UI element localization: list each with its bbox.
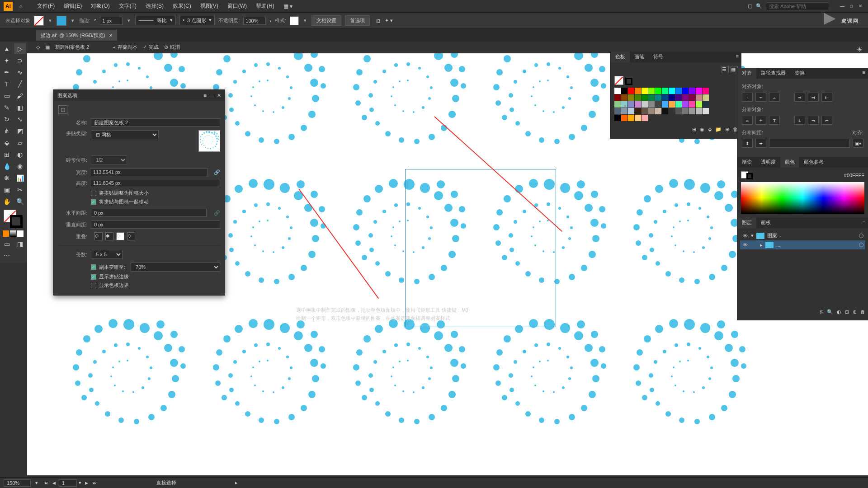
dim-value-select[interactable]: 70%: [131, 263, 220, 272]
overlap-left-icon[interactable]: ◇: [94, 232, 103, 240]
align-bottom-icon[interactable]: ⫦: [821, 93, 832, 102]
swatch[interactable]: [642, 108, 648, 114]
menu-select[interactable]: 选择(S): [141, 2, 168, 10]
swatch[interactable]: [621, 94, 627, 101]
locate-icon[interactable]: ⎘: [820, 309, 823, 315]
tab-brushes[interactable]: 画笔: [630, 52, 649, 62]
fill-proxy[interactable]: [614, 76, 623, 85]
swatch[interactable]: [675, 101, 682, 108]
dist-hcenter-icon[interactable]: ⫬: [808, 116, 819, 125]
tab-symbols[interactable]: 符号: [649, 52, 668, 62]
profile-select[interactable]: ―――等比▾: [135, 16, 176, 25]
target-icon[interactable]: [859, 234, 863, 238]
swatch[interactable]: [696, 94, 702, 101]
swatch[interactable]: [642, 115, 648, 121]
artboard-number-input[interactable]: [59, 479, 77, 487]
stroke-width-input[interactable]: [100, 17, 123, 25]
swatch[interactable]: [696, 88, 702, 94]
tile-type-select[interactable]: ⊞ 网格: [91, 130, 159, 139]
type-tool[interactable]: T: [1, 79, 13, 89]
cancel-button[interactable]: ⊘取消: [164, 44, 180, 51]
zoom-tool[interactable]: 🔍: [14, 196, 26, 207]
swatch[interactable]: [703, 94, 709, 101]
height-input[interactable]: [90, 179, 220, 187]
swatch[interactable]: [655, 94, 661, 101]
tab-color[interactable]: 颜色: [780, 157, 799, 168]
maximize-button[interactable]: □: [847, 3, 855, 9]
zoom-input[interactable]: [4, 479, 31, 487]
menu-help[interactable]: 帮助(H): [251, 2, 279, 10]
eraser-tool[interactable]: ◧: [14, 102, 26, 113]
swatch[interactable]: [642, 101, 648, 108]
workspace-switcher[interactable]: ▦ ▾: [279, 3, 297, 9]
swatch[interactable]: [703, 88, 709, 94]
free-transform-tool[interactable]: ◩: [14, 126, 26, 136]
size-to-art-checkbox[interactable]: [91, 191, 96, 196]
none-mode-icon[interactable]: [17, 230, 24, 237]
graph-tool[interactable]: 📊: [14, 173, 26, 183]
dist-hspace-icon[interactable]: ⬌: [755, 139, 766, 148]
name-input[interactable]: [91, 118, 220, 127]
copies-select[interactable]: 5 x 5: [91, 250, 123, 259]
dist-top-icon[interactable]: ⫨: [742, 116, 753, 125]
mesh-tool[interactable]: ⊞: [1, 149, 13, 160]
gradient-mode-icon[interactable]: [10, 230, 16, 237]
swatch[interactable]: [621, 108, 627, 114]
swatch[interactable]: [662, 88, 668, 94]
swatch[interactable]: [648, 101, 655, 108]
save-copy-button[interactable]: +存储副本: [113, 44, 137, 51]
swatch[interactable]: [682, 94, 689, 101]
layer-name[interactable]: ...: [776, 242, 780, 248]
swatch[interactable]: [648, 88, 655, 94]
swatch[interactable]: [669, 108, 675, 114]
overlap-top-icon[interactable]: ◇: [116, 232, 124, 240]
width-tool[interactable]: ⋔: [1, 126, 13, 136]
swatch[interactable]: [655, 101, 661, 108]
screen-mode-normal[interactable]: ▭: [1, 239, 13, 249]
dim-copies-checkbox[interactable]: ✓: [91, 264, 96, 270]
swatch[interactable]: [642, 94, 648, 101]
swatch[interactable]: [655, 108, 661, 114]
tab-pathfinder[interactable]: 路径查找器: [756, 68, 790, 79]
swatch[interactable]: [621, 115, 627, 121]
paintbrush-tool[interactable]: 🖌: [14, 90, 26, 101]
tab-gradient[interactable]: 渐变: [737, 157, 756, 168]
swatch[interactable]: [675, 108, 682, 114]
swatch[interactable]: [614, 115, 621, 121]
panel-menu-icon[interactable]: ≡: [733, 52, 741, 62]
fill-swatch[interactable]: [34, 16, 44, 26]
swatch[interactable]: [689, 108, 695, 114]
menu-object[interactable]: 对象(O): [86, 2, 114, 10]
artboard-dd[interactable]: ▾: [79, 480, 81, 486]
swatch[interactable]: [689, 101, 695, 108]
dist-right-icon[interactable]: ⫭: [821, 116, 832, 125]
align-to-select[interactable]: ▣▾: [853, 139, 863, 148]
swatch[interactable]: [675, 88, 682, 94]
tab-transform[interactable]: 变换: [790, 68, 809, 79]
close-tab-icon[interactable]: ✕: [109, 33, 113, 38]
curvature-tool[interactable]: ∿: [14, 67, 26, 78]
doc-setup-button[interactable]: 文档设置: [311, 15, 341, 26]
menu-window[interactable]: 窗口(W): [223, 2, 251, 10]
menu-file[interactable]: 文件(F): [33, 2, 59, 10]
overlap-bottom-icon[interactable]: ◇: [127, 232, 135, 240]
target-icon[interactable]: [859, 243, 863, 247]
panel-minimize-icon[interactable]: —: [209, 93, 214, 99]
swatch[interactable]: [635, 108, 641, 114]
back-icon[interactable]: ◇: [36, 44, 40, 50]
brightness-icon[interactable]: ☀: [853, 42, 866, 56]
show-swatch-bounds-checkbox[interactable]: [91, 283, 96, 288]
shape-builder-tool[interactable]: ⬙: [1, 137, 13, 148]
dist-bottom-icon[interactable]: ⫪: [769, 116, 780, 125]
find-icon[interactable]: 🔍: [827, 309, 833, 315]
done-button[interactable]: ✓完成: [143, 44, 159, 51]
align-right-icon[interactable]: ⫠: [769, 93, 780, 102]
fill-stroke-indicator[interactable]: [1, 210, 26, 229]
swatch[interactable]: [682, 101, 689, 108]
swatch-options-icon[interactable]: ⬙: [708, 127, 712, 132]
next-artboard-icon[interactable]: ▶: [83, 480, 90, 486]
swatch[interactable]: [648, 94, 655, 101]
dist-vcenter-icon[interactable]: ⫩: [755, 116, 766, 125]
swatch[interactable]: [696, 101, 702, 108]
visibility-icon[interactable]: 👁: [742, 233, 748, 239]
